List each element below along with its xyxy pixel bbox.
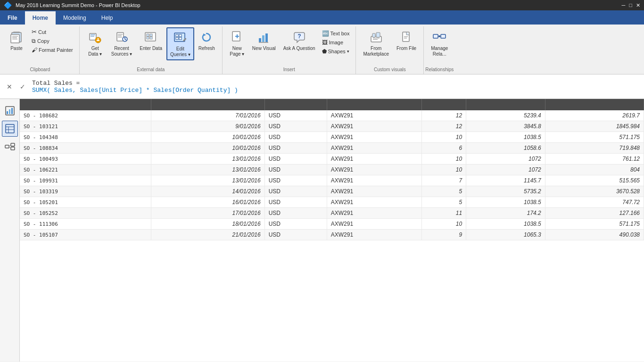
cell-qty: 12: [421, 110, 466, 121]
tab-help[interactable]: Help: [94, 11, 121, 25]
col-header-qty[interactable]: [421, 99, 466, 110]
get-data-button[interactable]: GetData ▾: [83, 27, 107, 59]
edit-queries-button[interactable]: EditQueries ▾: [166, 27, 194, 60]
cell-price: 1072: [466, 165, 545, 175]
cell-so: SO - 106221: [20, 165, 151, 175]
text-box-button[interactable]: 🔤 Text box: [320, 29, 352, 38]
svg-rect-14: [118, 35, 122, 36]
ask-question-button[interactable]: ? Ask A Question: [280, 27, 319, 54]
title-bar-text: May 2018 Learning Summit Demo - Power BI…: [16, 2, 140, 8]
ask-question-icon: ?: [292, 30, 307, 45]
cell-so: SO - 105107: [20, 230, 151, 240]
svg-rect-25: [176, 37, 178, 40]
format-painter-icon: 🖌: [32, 47, 37, 53]
table-row: SO - 105107 21/01/2016 USD AXW291 9 1065…: [20, 230, 644, 240]
new-page-icon: [230, 30, 245, 45]
table-row: SO - 106221 13/01/2016 USD AXW291 10 107…: [20, 165, 644, 175]
cell-total: 804: [545, 165, 644, 175]
cell-date: 13/01/2016: [151, 154, 264, 165]
cell-price: 3845.8: [466, 121, 545, 132]
cell-so: SO - 109931: [20, 175, 151, 186]
cell-qty: 5: [421, 186, 466, 197]
cell-price: 1038.5: [466, 219, 545, 230]
sidebar-icon-model[interactable]: [2, 139, 18, 155]
formula-confirm-button[interactable]: ✓: [17, 81, 28, 92]
cell-total: 571.175: [545, 132, 644, 143]
shapes-button[interactable]: ⬟ Shapes ▾: [320, 47, 352, 56]
recent-sources-label: RecentSources ▾: [111, 46, 132, 57]
maximize-btn[interactable]: □: [629, 2, 632, 8]
cell-currency: USD: [264, 132, 327, 143]
new-page-button[interactable]: NewPage ▾: [226, 27, 248, 59]
cell-currency: USD: [264, 175, 327, 186]
svg-rect-39: [373, 38, 380, 39]
data-table: SO - 108682 7/01/2016 USD AXW291 12 5239…: [20, 99, 644, 240]
enter-data-button[interactable]: Enter Data: [136, 27, 165, 54]
relationships-section-label: Relationships: [424, 67, 455, 72]
text-box-icon: 🔤: [322, 30, 329, 37]
cell-qty: 10: [421, 132, 466, 143]
table-row: SO - 100493 13/01/2016 USD AXW291 10 107…: [20, 154, 644, 165]
formula-bar-content[interactable]: Total Sales = SUMX( Sales, Sales[Unit Pr…: [32, 80, 640, 94]
copy-label: Copy: [37, 38, 50, 44]
cell-date: 13/01/2016: [151, 175, 264, 186]
recent-sources-button[interactable]: RecentSources ▾: [108, 27, 135, 59]
from-marketplace-button[interactable]: FromMarketplace: [360, 27, 392, 59]
tab-modeling[interactable]: Modeling: [56, 11, 94, 25]
svg-rect-42: [404, 36, 408, 37]
format-painter-button[interactable]: 🖌 Format Painter: [29, 46, 75, 54]
cell-currency: USD: [264, 219, 327, 230]
copy-button[interactable]: ⧉ Copy: [29, 37, 75, 45]
cell-currency: USD: [264, 143, 327, 154]
table-row: SO - 109931 13/01/2016 USD AXW291 7 1145…: [20, 175, 644, 186]
col-header-total[interactable]: [545, 99, 644, 110]
col-header-currency[interactable]: [264, 99, 327, 110]
cell-total: 747.72: [545, 197, 644, 208]
refresh-label: Refresh: [198, 46, 215, 51]
tab-file[interactable]: File: [0, 11, 25, 25]
sidebar-icon-report[interactable]: [2, 103, 18, 119]
edit-queries-icon: [173, 30, 188, 45]
data-table-area: SO - 108682 7/01/2016 USD AXW291 12 5239…: [20, 99, 644, 362]
svg-rect-52: [6, 124, 14, 133]
cell-currency: USD: [264, 230, 327, 240]
image-button[interactable]: 🖼 Image: [320, 38, 352, 47]
cell-so: SO - 103319: [20, 186, 151, 197]
get-data-label: GetData ▾: [88, 46, 102, 57]
cell-so: SO - 103121: [20, 121, 151, 132]
cell-code: AXW291: [327, 110, 421, 121]
cell-qty: 6: [421, 143, 466, 154]
sidebar-icon-table[interactable]: [2, 121, 18, 137]
cell-qty: 7: [421, 175, 466, 186]
manage-relationships-button[interactable]: ManageRela...: [428, 27, 451, 59]
formula-cancel-button[interactable]: ✕: [4, 81, 15, 92]
cell-code: AXW291: [327, 197, 421, 208]
new-visual-button[interactable]: New Visual: [249, 27, 279, 54]
from-marketplace-icon: [369, 30, 384, 45]
from-file-button[interactable]: From File: [393, 27, 420, 54]
paste-icon: [9, 30, 24, 45]
cell-code: AXW291: [327, 208, 421, 219]
col-header-price[interactable]: [466, 99, 545, 110]
cell-qty: 10: [421, 154, 466, 165]
col-header-so[interactable]: [20, 99, 151, 110]
refresh-button[interactable]: Refresh: [195, 27, 218, 54]
ask-question-label: Ask A Question: [283, 46, 315, 51]
minimize-btn[interactable]: ─: [622, 2, 626, 8]
title-bar: 🔷 May 2018 Learning Summit Demo - Power …: [0, 0, 644, 10]
col-header-code[interactable]: [327, 99, 421, 110]
table-row: SO - 105252 17/01/2016 USD AXW291 11 174…: [20, 208, 644, 219]
refresh-icon: [199, 30, 214, 45]
relationships-section: ManageRela... Relationships: [424, 26, 455, 74]
svg-text:?: ?: [297, 33, 301, 40]
tab-home[interactable]: Home: [25, 11, 56, 25]
col-header-date[interactable]: [151, 99, 264, 110]
close-btn[interactable]: ✕: [636, 2, 640, 8]
image-icon: 🖼: [322, 39, 328, 46]
cell-code: AXW291: [327, 154, 421, 165]
cut-button[interactable]: ✂ Cut: [29, 27, 75, 36]
paste-button[interactable]: Paste: [5, 27, 28, 54]
svg-rect-15: [118, 37, 122, 38]
custom-visuals-section-label: Custom visuals: [356, 67, 423, 72]
table-row: SO - 103319 14/01/2016 USD AXW291 5 5735…: [20, 186, 644, 197]
